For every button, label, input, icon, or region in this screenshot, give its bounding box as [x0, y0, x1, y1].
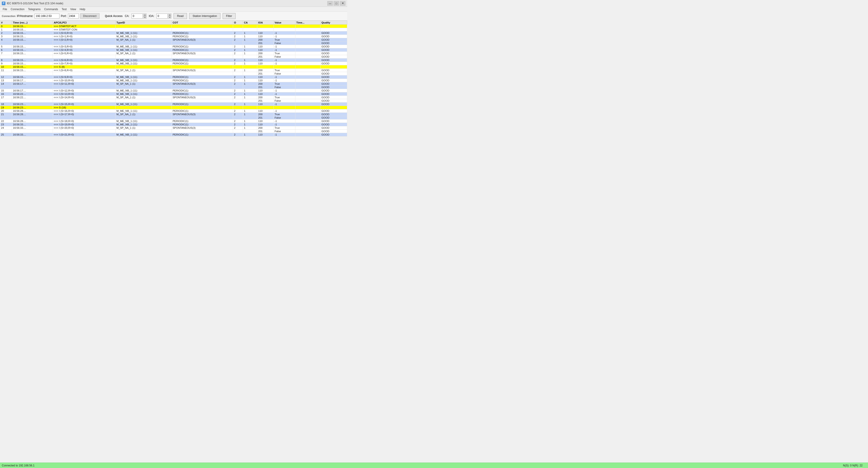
table-row[interactable]: 201FalseGOOD: [0, 72, 347, 75]
cell-typeid: M_SP_NA_1 (1): [116, 126, 172, 130]
cell-typeid: M_ME_NB_1 (11): [116, 75, 172, 79]
menu-connection[interactable]: Connection: [9, 7, 26, 11]
table-row[interactable]: 201FalseGOOD: [0, 86, 347, 89]
ioa-spinner: ▲ ▼: [156, 13, 171, 19]
cell-time: 16:56:15....: [12, 65, 53, 69]
cell-id: 13: [0, 79, 12, 82]
cell-ca: [243, 106, 257, 109]
port-input[interactable]: [68, 13, 79, 19]
ioa-input[interactable]: [156, 13, 168, 19]
ioa-down-arrow[interactable]: ▼: [168, 16, 171, 19]
table-row[interactable]: 716:56:15....<<< I (S=5,R=0)M_SP_NA_1 (1…: [0, 52, 347, 55]
ioa-up-arrow[interactable]: ▲: [168, 13, 171, 16]
table-row[interactable]: 2516:56:33....<<< I (S=21,R=0)M_ME_NB_1 …: [0, 133, 347, 136]
cell-typeid: M_ME_NB_1 (11): [116, 109, 172, 113]
table-row[interactable]: 416:56:15....<<< I (S=2,R=0)M_SP_NA_1 (1…: [0, 38, 347, 41]
cell-apci: [53, 55, 116, 59]
cell-time: 16:56:17....: [12, 79, 53, 82]
table-row[interactable]: 016:56:15....>>> STARTDT ACT: [0, 25, 347, 28]
close-button[interactable]: ✕: [340, 1, 345, 6]
menu-telegrams[interactable]: Telegrams: [26, 7, 42, 11]
table-row[interactable]: 201FalseGOOD: [0, 55, 347, 59]
ca-arrows[interactable]: ▲ ▼: [143, 13, 147, 19]
table-row[interactable]: 916:56:15....<<< I (S=7,R=0)M_ME_NB_1 (1…: [0, 62, 347, 65]
table-row[interactable]: 1116:56:15....<<< I (S=8,R=0)M_SP_NA_1 (…: [0, 69, 347, 72]
cell-value: -1: [274, 79, 295, 82]
table-row[interactable]: 216:56:15....<<< I (S=0,R=0)M_ME_NB_1 (1…: [0, 31, 347, 35]
table-row[interactable]: 2416:56:33....<<< I (S=20,R=0)M_SP_NA_1 …: [0, 126, 347, 130]
read-button[interactable]: Read: [174, 13, 187, 19]
col-value: Value: [274, 21, 295, 25]
table-row[interactable]: 201FalseGOOD: [0, 116, 347, 120]
table-row[interactable]: 201FalseGOOD: [0, 130, 347, 133]
table-row[interactable]: 1016:56:15....>>> S (8): [0, 65, 347, 69]
table-row[interactable]: 1716:56:22....<<< I (S=14,R=0)M_SP_NA_1 …: [0, 96, 347, 99]
table-row[interactable]: 1416:56:17....<<< I (S=11,R=0)M_SP_NA_1 …: [0, 82, 347, 86]
filter-button[interactable]: Filter: [223, 13, 236, 19]
hostname-input[interactable]: [35, 13, 59, 19]
table-row[interactable]: 1516:56:17....<<< I (S=12,R=0)M_ME_NB_1 …: [0, 89, 347, 92]
cell-time: 16:56:17....: [12, 82, 53, 86]
minimize-button[interactable]: —: [327, 1, 333, 6]
cell-quality: GOOD: [320, 62, 347, 65]
cell-ca: 1: [243, 82, 257, 86]
cell-quality: GOOD: [320, 69, 347, 72]
table-row[interactable]: 201FalseGOOD: [0, 41, 347, 45]
ioa-arrows[interactable]: ▲ ▼: [168, 13, 171, 19]
menu-help[interactable]: Help: [78, 7, 87, 11]
ca-label: CA:: [125, 14, 129, 18]
cell-quality: GOOD: [320, 92, 347, 96]
cell-typeid: [116, 55, 172, 59]
table-row[interactable]: 2216:56:28....<<< I (S=18,R=0)M_ME_NB_1 …: [0, 120, 347, 123]
cell-ca: 1: [243, 96, 257, 99]
table-row[interactable]: 2116:56:28....<<< I (S=17,R=0)M_SP_NA_1 …: [0, 113, 347, 116]
table-row[interactable]: 2016:56:28....<<< I (S=16,R=0)M_ME_NB_1 …: [0, 109, 347, 113]
table-row[interactable]: 316:56:15....<<< I (S=1,R=0)M_ME_NB_1 (1…: [0, 35, 347, 38]
ca-up-arrow[interactable]: ▲: [143, 13, 147, 16]
station-interrogation-button[interactable]: Station Interrogation: [189, 13, 220, 19]
menu-file[interactable]: File: [1, 7, 9, 11]
table-row[interactable]: 816:56:15....<<< I (S=6,R=0)M_ME_NB_1 (1…: [0, 59, 347, 62]
cell-ioa: 110: [257, 92, 274, 96]
cell-cot: [172, 99, 233, 103]
menu-test[interactable]: Test: [60, 7, 68, 11]
cell-apci: [53, 86, 116, 89]
table-row[interactable]: 1916:56:23....>>> S (16): [0, 106, 347, 109]
ca-input[interactable]: [131, 13, 143, 19]
cell-id: 6: [0, 48, 12, 52]
cell-typeid: [116, 99, 172, 103]
cell-cot: PERIODIC(1): [172, 133, 233, 136]
table-row[interactable]: 1816:56:23....<<< I (S=15,R=0)M_ME_NB_1 …: [0, 103, 347, 106]
cell-time: 16:56:15....: [12, 75, 53, 79]
quick-access-label: Quick Access: [105, 14, 123, 18]
cell-timex: [295, 126, 320, 130]
cell-cot: PERIODIC(1): [172, 45, 233, 48]
table-row[interactable]: 201FalseGOOD: [0, 99, 347, 103]
cell-value: False: [274, 86, 295, 89]
cell-o: 2: [233, 133, 243, 136]
table-row[interactable]: 116:56:15....<<< STARTDT CON: [0, 28, 347, 31]
table-row[interactable]: 616:56:15....<<< I (S=4,R=0)M_ME_NB_1 (1…: [0, 48, 347, 52]
menu-view[interactable]: View: [68, 7, 78, 11]
connection-section: Connection IP/Hostname: Port: Disconnect: [2, 13, 99, 19]
table-row[interactable]: 2316:56:33....<<< I (S=19,R=0)M_ME_NB_1 …: [0, 123, 347, 126]
menu-commands[interactable]: Commands: [42, 7, 60, 11]
table-row[interactable]: 1316:56:17....<<< I (S=10,R=0)M_ME_NB_1 …: [0, 79, 347, 82]
cell-ca: 1: [243, 120, 257, 123]
cell-value: False: [274, 116, 295, 120]
table-row[interactable]: 516:56:15....<<< I (S=3,R=0)M_ME_NB_1 (1…: [0, 45, 347, 48]
cell-ioa: 110: [257, 75, 274, 79]
cell-time: 16:56:33....: [12, 123, 53, 126]
table-row[interactable]: 1216:56:15....<<< I (S=9,R=0)M_ME_NB_1 (…: [0, 75, 347, 79]
cell-o: [233, 65, 243, 69]
cell-apci: <<< I (S=17,R=0): [53, 113, 116, 116]
cell-ioa: 200: [257, 38, 274, 41]
cell-quality: GOOD: [320, 109, 347, 113]
ca-down-arrow[interactable]: ▼: [143, 16, 147, 19]
cell-apci: [53, 99, 116, 103]
cell-o: 2: [233, 48, 243, 52]
table-row[interactable]: 1616:56:22....<<< I (S=13,R=0)M_ME_NB_1 …: [0, 92, 347, 96]
restore-button[interactable]: □: [334, 1, 339, 6]
disconnect-button[interactable]: Disconnect: [80, 13, 99, 19]
cell-apci: <<< I (S=18,R=0): [53, 120, 116, 123]
